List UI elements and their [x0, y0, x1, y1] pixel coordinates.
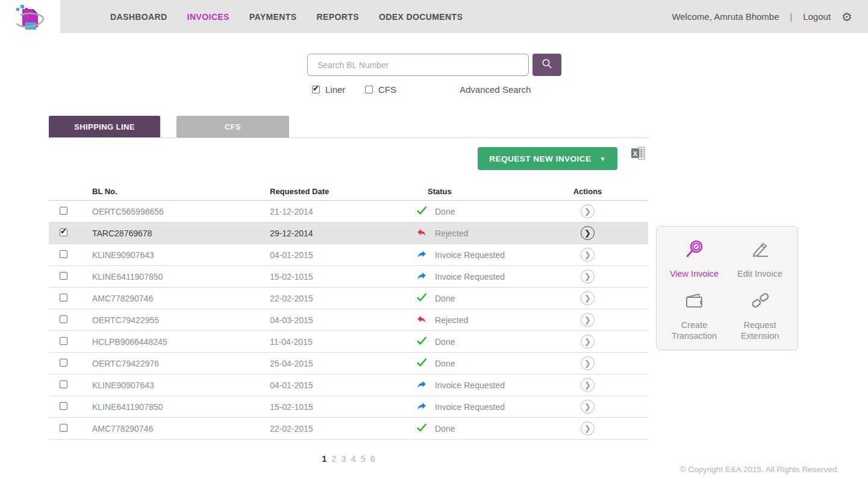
topbar-right: Welcome, Amruta Bhombe | Logout ⚙: [672, 0, 852, 33]
bl-number: OERTC79422955: [92, 315, 159, 325]
status-label: Done: [435, 294, 455, 303]
requested-date: 22-02-2015: [270, 294, 313, 303]
action-create-transaction[interactable]: Create Transaction: [663, 289, 726, 341]
action-view-invoice[interactable]: View Invoice: [663, 238, 726, 289]
row-checkbox[interactable]: [60, 337, 67, 345]
nav-item-payments[interactable]: PAYMENTS: [249, 12, 297, 22]
table-row[interactable]: OERTC7942295504-03-2015Rejected❯: [49, 309, 648, 331]
bl-number: TARC28769678: [92, 229, 152, 238]
page-number-4[interactable]: 4: [351, 454, 356, 464]
header-requested-date: Requested Date: [262, 187, 401, 196]
nav-item-reports[interactable]: REPORTS: [316, 12, 358, 22]
copyright-text: © Copyright E&A 2015. All Rights Reserve…: [680, 465, 839, 474]
page-number-5[interactable]: 5: [361, 454, 366, 464]
wallet-icon: [682, 289, 707, 315]
table-row[interactable]: TARC2876967829-12-2014Rejected❯: [49, 222, 648, 244]
search-filter-row: Liner CFS Advanced Search: [0, 84, 868, 95]
action-request-extension[interactable]: Request Extension: [728, 289, 792, 341]
status-rejected-icon: [416, 227, 427, 240]
requested-date: 25-04-2015: [270, 359, 313, 368]
page-number-6[interactable]: 6: [370, 454, 375, 464]
action-label: View Invoice: [670, 269, 719, 279]
cfs-label[interactable]: CFS: [378, 84, 396, 95]
status-label: Rejected: [435, 229, 468, 238]
nav-item-dashboard[interactable]: DASHBOARD: [110, 12, 167, 22]
requested-date: 11-04-2015: [270, 337, 313, 347]
table-row[interactable]: AMC77829074622-02-2015Done❯: [49, 288, 648, 309]
nav-item-odex-documents[interactable]: ODEX DOCUMENTS: [379, 12, 463, 22]
row-checkbox-cell: [49, 228, 87, 239]
advanced-search-link[interactable]: Advanced Search: [460, 84, 531, 95]
cfs-checkbox-box[interactable]: [365, 86, 373, 93]
search-input[interactable]: [307, 54, 529, 76]
pagination: 123456: [49, 453, 648, 464]
table-row[interactable]: KLINE9090764304-01-2015Invoice Requested…: [49, 374, 648, 396]
action-label: Edit Invoice: [737, 269, 782, 279]
status-rejected-icon: [416, 314, 427, 327]
status-label: Invoice Requested: [435, 250, 505, 260]
nav-item-invoices[interactable]: INVOICES: [187, 12, 229, 22]
page-number-2[interactable]: 2: [331, 454, 336, 464]
row-checkbox[interactable]: [60, 315, 67, 323]
row-actions-button[interactable]: ❯: [581, 356, 595, 370]
table-row[interactable]: KLINE641190785015-02-1015Invoice Request…: [49, 266, 648, 288]
table-row[interactable]: HCLPB906644824511-04-2015Done❯: [49, 331, 648, 353]
row-checkbox[interactable]: [60, 359, 67, 367]
row-actions-button[interactable]: ❯: [581, 204, 595, 218]
row-checkbox[interactable]: [60, 424, 67, 432]
table-body: OERTC56599865621-12-2014Done❯TARC2876967…: [49, 201, 648, 440]
row-checkbox-cell: [49, 380, 87, 391]
row-checkbox-cell: [49, 293, 87, 304]
table-row[interactable]: KLINE641190785015-02-1015Invoice Request…: [49, 396, 648, 418]
search-button[interactable]: [532, 54, 561, 76]
row-checkbox[interactable]: [60, 207, 67, 215]
requested-date: 04-01-2015: [270, 380, 313, 390]
dropdown-caret-icon: ▼: [599, 156, 605, 162]
row-checkbox[interactable]: [60, 402, 67, 410]
bl-number: OERTC79422976: [92, 359, 159, 368]
status-requested-icon: [416, 248, 427, 262]
row-actions-button[interactable]: ❯: [581, 378, 595, 392]
row-checkbox-cell: [49, 271, 87, 282]
row-checkbox-cell: [49, 358, 87, 369]
row-checkbox[interactable]: [60, 380, 67, 388]
edit-pencil-icon: [748, 238, 772, 264]
separator: |: [790, 12, 793, 22]
cfs-checkbox[interactable]: CFS: [365, 84, 396, 95]
svg-text:X: X: [633, 150, 638, 157]
settings-gear-icon[interactable]: ⚙: [841, 11, 852, 23]
row-actions-button[interactable]: ❯: [581, 313, 595, 327]
excel-export-icon[interactable]: X: [631, 147, 645, 160]
logout-link[interactable]: Logout: [803, 11, 831, 22]
row-actions-button[interactable]: ❯: [581, 291, 595, 305]
liner-checkbox[interactable]: Liner: [312, 84, 345, 95]
page-number-1[interactable]: 1: [322, 454, 326, 464]
row-actions-button[interactable]: ❯: [581, 248, 595, 262]
table-row[interactable]: AMC77829074622-02-2015Done❯: [49, 418, 648, 440]
row-actions-button[interactable]: ❯: [581, 421, 595, 435]
row-checkbox[interactable]: [60, 294, 67, 301]
odex-logo[interactable]: [12, 3, 49, 32]
table-row[interactable]: OERTC56599865621-12-2014Done❯: [49, 201, 648, 222]
liner-checkbox-box[interactable]: [312, 86, 320, 93]
action-edit-invoice[interactable]: Edit Invoice: [728, 238, 792, 289]
page-number-3[interactable]: 3: [341, 454, 346, 464]
row-action-popup: View InvoiceEdit InvoiceCreate Transacti…: [656, 226, 798, 350]
request-new-invoice-button[interactable]: REQUEST NEW INVOICE ▼: [478, 147, 617, 170]
row-checkbox[interactable]: [60, 229, 67, 236]
row-checkbox[interactable]: [60, 250, 67, 258]
action-label: Create Transaction: [663, 320, 726, 341]
table-header-row: BL No. Requested Date Status Actions: [49, 183, 648, 201]
row-actions-button[interactable]: ❯: [581, 335, 595, 349]
table-row[interactable]: KLINE9090764304-01-2015Invoice Requested…: [49, 244, 648, 266]
row-checkbox[interactable]: [60, 272, 67, 280]
liner-label[interactable]: Liner: [325, 84, 345, 95]
row-actions-button[interactable]: ❯: [581, 270, 595, 283]
tab-shipping-line[interactable]: SHIPPING LINE: [49, 116, 160, 137]
row-actions-button[interactable]: ❯: [581, 226, 595, 240]
table-row[interactable]: OERTC7942297625-04-2015Done❯: [49, 353, 648, 374]
tab-cfs[interactable]: CFS: [176, 116, 289, 137]
row-actions-button[interactable]: ❯: [581, 400, 595, 414]
header-actions: Actions: [527, 187, 648, 196]
status-label: Done: [435, 424, 455, 434]
